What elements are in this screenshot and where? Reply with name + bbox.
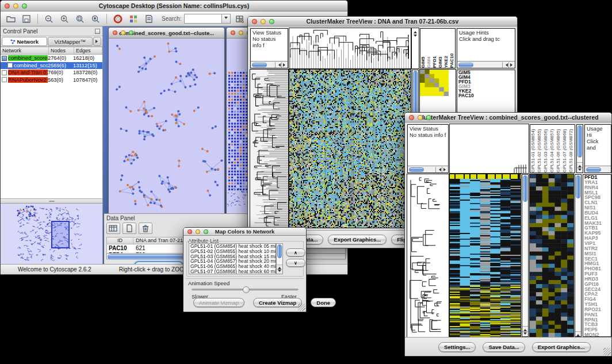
treeview-button[interactable]: Settings... bbox=[438, 342, 476, 352]
row-dendrogram-canvas[interactable] bbox=[407, 174, 449, 337]
network-list-item[interactable]: combined_scores 2764(0) 16218(0) bbox=[1, 55, 102, 62]
column-label[interactable]: GPL51-07 (GSM868) bbox=[562, 125, 568, 173]
dialog-button[interactable]: Done bbox=[311, 298, 336, 307]
zoom-in-icon[interactable] bbox=[58, 13, 71, 25]
scroll-left-button[interactable] bbox=[502, 62, 508, 68]
zoom-out-icon[interactable] bbox=[43, 13, 55, 25]
scroll-thumb[interactable] bbox=[586, 167, 601, 172]
overview-viewport-rect[interactable] bbox=[51, 221, 70, 248]
column-label[interactable]: GPL51-08 (GSM872) bbox=[568, 125, 575, 173]
column-dendrogram-canvas[interactable] bbox=[289, 28, 411, 68]
column-label[interactable]: GPL51-02 (GSM855) bbox=[537, 125, 543, 173]
help-icon[interactable] bbox=[112, 13, 124, 25]
close-button[interactable] bbox=[231, 30, 235, 35]
panel-splitter[interactable] bbox=[1, 199, 102, 203]
close-button[interactable] bbox=[409, 115, 414, 120]
scroll-up-button[interactable] bbox=[577, 162, 583, 167]
close-button[interactable] bbox=[5, 3, 10, 9]
scroll-right-button[interactable] bbox=[281, 62, 288, 68]
scroll-thumb[interactable] bbox=[409, 167, 424, 172]
row-label[interactable]: PAC10 bbox=[458, 93, 515, 98]
scroll-down-button[interactable] bbox=[277, 269, 282, 274]
resize-grip[interactable] bbox=[603, 348, 611, 355]
search-input[interactable] bbox=[184, 14, 222, 24]
annotation-icon[interactable] bbox=[143, 13, 155, 25]
close-button[interactable] bbox=[252, 19, 257, 24]
scroll-left-button[interactable] bbox=[435, 167, 442, 173]
row-dendrogram-canvas[interactable] bbox=[250, 70, 288, 228]
attribute-list-scrollbar[interactable] bbox=[276, 243, 283, 274]
zoom-fit-icon[interactable] bbox=[89, 13, 102, 25]
zoom-button[interactable] bbox=[426, 115, 431, 120]
scroll-left-button[interactable] bbox=[275, 62, 281, 68]
scroll-thumb[interactable] bbox=[252, 63, 267, 67]
attribute-listbox[interactable]: GPL51-01 (GSM854) heat shock 05 minGPL51… bbox=[189, 243, 276, 274]
float-panel-icon[interactable] bbox=[95, 29, 100, 34]
view-status-scrollbar[interactable] bbox=[408, 166, 448, 173]
network-table-column[interactable]: Edges bbox=[74, 47, 102, 54]
usage-hints-scrollbar[interactable] bbox=[585, 166, 611, 173]
column-label[interactable]: GPL51-01 (GSM854) bbox=[530, 125, 537, 173]
attribute-list-item[interactable]: GPL51-07 (GSM868) heat shock 60 min bbox=[189, 269, 276, 274]
column-label[interactable]: PAC10 bbox=[449, 29, 455, 68]
zoom-selected-icon[interactable] bbox=[74, 13, 86, 25]
zoom-button[interactable] bbox=[269, 19, 274, 24]
scroll-right-button[interactable] bbox=[508, 62, 515, 68]
close-button[interactable] bbox=[113, 30, 117, 35]
animation-speed-slider[interactable] bbox=[192, 289, 299, 290]
minimize-button[interactable] bbox=[121, 30, 125, 35]
scroll-down-button[interactable] bbox=[522, 331, 528, 336]
column-label[interactable]: GPL51-04 (GSM857) bbox=[549, 125, 556, 173]
vizmapper-icon[interactable] bbox=[127, 13, 140, 25]
zoom-heatmap-canvas[interactable] bbox=[530, 174, 573, 337]
gene-label[interactable]: MON2 bbox=[584, 332, 611, 337]
minimize-button[interactable] bbox=[239, 30, 243, 35]
delete-attribute-icon[interactable] bbox=[139, 223, 152, 234]
column-label[interactable]: GPL51-06 (GSM865) bbox=[556, 125, 562, 173]
treeview1-titlebar[interactable]: ClusterMaker TreeView : DNA and Tran 07-… bbox=[248, 17, 517, 26]
tab-overflow-button[interactable] bbox=[93, 37, 101, 46]
open-session-button[interactable] bbox=[5, 13, 17, 25]
attribute-table-icon[interactable] bbox=[234, 13, 246, 25]
minimize-button[interactable] bbox=[13, 3, 18, 9]
scroll-down-button[interactable] bbox=[577, 167, 583, 173]
network-view-canvas[interactable] bbox=[109, 39, 224, 220]
global-heatmap-canvas[interactable] bbox=[289, 70, 411, 228]
usage-hints-scrollbar[interactable] bbox=[457, 61, 515, 68]
zoom-heatmap-canvas[interactable] bbox=[420, 70, 449, 96]
treeview-button[interactable]: Export Graphics... bbox=[532, 342, 591, 352]
column-label[interactable]: GIM5 bbox=[420, 29, 426, 68]
zoom-button[interactable] bbox=[22, 3, 27, 9]
zoom-button[interactable] bbox=[204, 229, 208, 234]
network-list-item[interactable]: DNA and Tran 07 769(0) 183728(0) bbox=[1, 69, 102, 76]
column-dendrogram-canvas[interactable] bbox=[450, 124, 529, 173]
scroll-thumb[interactable] bbox=[523, 175, 527, 202]
attribute-select-icon[interactable] bbox=[106, 223, 120, 234]
minimize-button[interactable] bbox=[261, 19, 266, 24]
network-table-column[interactable]: Nodes bbox=[49, 47, 74, 54]
zoom-button[interactable] bbox=[129, 30, 133, 35]
view-status-scrollbar[interactable] bbox=[251, 61, 288, 68]
genelist-vscrollbar[interactable] bbox=[575, 174, 582, 337]
minimize-button[interactable] bbox=[418, 115, 423, 120]
dendrogram-zoom-arrows[interactable] bbox=[412, 28, 419, 68]
new-attribute-icon[interactable] bbox=[123, 223, 136, 234]
save-session-button[interactable] bbox=[20, 13, 33, 25]
attribute-column-header[interactable]: ID bbox=[107, 237, 133, 244]
column-label[interactable]: GIM4 bbox=[426, 29, 432, 68]
network-window-titlebar[interactable]: combined_scores_good.txt--cluste... bbox=[109, 28, 224, 39]
network-list-item[interactable]: combined_sco 2569(6) 13112(15) bbox=[1, 62, 102, 70]
search-dropdown-button[interactable] bbox=[222, 14, 231, 24]
scroll-up-button[interactable] bbox=[277, 265, 282, 269]
heatmap-vscrollbar[interactable] bbox=[522, 174, 529, 337]
scroll-thumb[interactable] bbox=[576, 175, 580, 198]
scroll-thumb[interactable] bbox=[277, 244, 282, 258]
tab-network[interactable]: Network bbox=[2, 37, 47, 46]
column-label[interactable]: YKE2 bbox=[443, 29, 449, 68]
network-table-column[interactable]: Network bbox=[1, 47, 49, 54]
network-list-item[interactable]: RNAPuberNov2+| 563(0) 107847(0) bbox=[1, 76, 102, 84]
labels-vscrollbar[interactable] bbox=[576, 124, 583, 173]
column-label[interactable]: GIM3 bbox=[438, 29, 443, 68]
scroll-up-button[interactable] bbox=[522, 326, 528, 331]
dialog-titlebar[interactable]: Map Colors to Network bbox=[183, 228, 306, 236]
